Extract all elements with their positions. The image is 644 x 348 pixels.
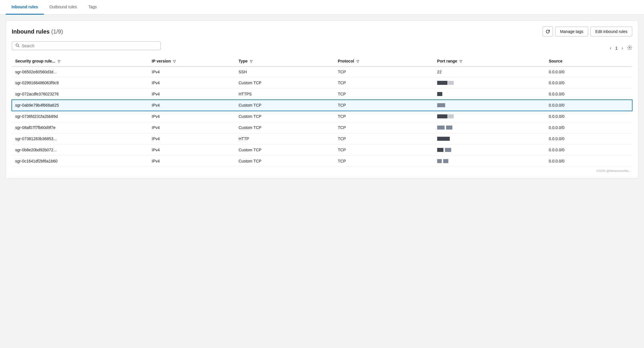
cell-ipver: IPv4 xyxy=(148,77,235,89)
col-header-rule: Security group rule... ▽ xyxy=(12,56,148,67)
sort-icon-ipver: ▽ xyxy=(173,59,176,63)
cell-rule: sgr-0736fd231fa2bb89d xyxy=(12,111,148,122)
cell-portrange xyxy=(434,122,545,133)
tab-outbound[interactable]: Outbound rules xyxy=(44,0,83,15)
tab-tags[interactable]: Tags xyxy=(83,0,103,15)
cell-rule: sgr-07381283b36853... xyxy=(12,133,148,144)
port-bar-segment xyxy=(437,137,450,141)
table-row[interactable]: sgr-0736fd231fa2bb89d IPv4 Custom TCP TC… xyxy=(12,111,632,122)
cell-portrange xyxy=(434,100,545,111)
refresh-icon xyxy=(545,29,550,34)
cell-source: 0.0.0.0/0 xyxy=(545,67,632,77)
cell-type: Custom TCP xyxy=(235,77,335,89)
port-bar xyxy=(437,125,542,130)
table-row[interactable]: sgr-0ab9e79b4f668a625 IPv4 Custom TCP TC… xyxy=(12,100,632,111)
search-row: ‹ 1 › xyxy=(12,41,632,55)
cell-rule: sgr-0c1641df2bf6a1b60 xyxy=(12,156,148,167)
port-bar xyxy=(437,103,542,108)
cell-type: Custom TCP xyxy=(235,122,335,133)
cell-portrange xyxy=(434,77,545,89)
next-page-button[interactable]: › xyxy=(620,45,625,51)
cell-ipver: IPv4 xyxy=(148,100,235,111)
manage-tags-button[interactable]: Manage tags xyxy=(555,27,588,36)
page-number: 1 xyxy=(615,46,618,50)
cell-ipver: IPv4 xyxy=(148,133,235,144)
port-value: 22 xyxy=(437,70,442,74)
cell-portrange xyxy=(434,133,545,144)
rules-table: Security group rule... ▽ IP version ▽ Ty… xyxy=(12,56,632,167)
panel-actions: Manage tags Edit inbound rules xyxy=(543,26,632,37)
table-row[interactable]: sgr-08af07f7fb60d9f7e IPv4 Custom TCP TC… xyxy=(12,122,632,133)
cell-source: 0.0.0.0/0 xyxy=(545,111,632,122)
cell-type: Custom TCP xyxy=(235,111,335,122)
col-header-portrange: Port range ▽ xyxy=(434,56,545,67)
cell-ipver: IPv4 xyxy=(148,111,235,122)
port-bar xyxy=(437,159,542,164)
port-bar-segment xyxy=(443,159,448,163)
tab-inbound[interactable]: Inbound rules xyxy=(6,0,44,15)
edit-inbound-button[interactable]: Edit inbound rules xyxy=(590,27,632,36)
cell-ipver: IPv4 xyxy=(148,144,235,156)
port-bar-segment xyxy=(437,159,442,163)
pagination-controls: ‹ 1 › xyxy=(608,45,632,51)
port-bar-segment xyxy=(448,114,454,118)
cell-portrange xyxy=(434,144,545,156)
cell-protocol: TCP xyxy=(334,77,434,89)
port-bar-segment xyxy=(437,81,447,85)
cell-type: SSH xyxy=(235,67,335,77)
port-bar xyxy=(437,136,542,141)
cell-source: 0.0.0.0/0 xyxy=(545,122,632,133)
table-row[interactable]: sgr-0b8e20bd92b072... IPv4 Custom TCP TC… xyxy=(12,144,632,156)
col-header-protocol: Protocol ▽ xyxy=(334,56,434,67)
port-bar xyxy=(437,114,542,119)
sort-icon-type: ▽ xyxy=(250,59,252,63)
prev-page-button[interactable]: ‹ xyxy=(608,45,613,51)
search-bar[interactable] xyxy=(12,41,161,50)
col-header-ipver: IP version ▽ xyxy=(148,56,235,67)
search-input[interactable] xyxy=(22,44,157,48)
cell-portrange: 22 xyxy=(434,67,545,77)
panel-header: Inbound rules (1/9) Manage tags Edit inb… xyxy=(12,26,632,37)
cell-rule: sgr-06502e80560d3d... xyxy=(12,67,148,77)
cell-source: 0.0.0.0/0 xyxy=(545,133,632,144)
table-row[interactable]: sgr-0299168486063f9c9 IPv4 Custom TCP TC… xyxy=(12,77,632,89)
cell-rule: sgr-0ab9e79b4f668a625 xyxy=(12,100,148,111)
cell-rule: sgr-0b8e20bd92b072... xyxy=(12,144,148,156)
cell-source: 0.0.0.0/0 xyxy=(545,89,632,100)
cell-ipver: IPv4 xyxy=(148,89,235,100)
content-area: Inbound rules (1/9) Manage tags Edit inb… xyxy=(0,15,644,184)
cell-protocol: TCP xyxy=(334,144,434,156)
cell-source: 0.0.0.0/0 xyxy=(545,100,632,111)
table-settings-icon[interactable] xyxy=(627,45,632,51)
refresh-button[interactable] xyxy=(543,26,553,37)
cell-rule: sgr-0299168486063f9c9 xyxy=(12,77,148,89)
table-row[interactable]: sgr-07381283b36853... IPv4 HTTP TCP 0.0.… xyxy=(12,133,632,144)
cell-portrange xyxy=(434,89,545,100)
cell-source: 0.0.0.0/0 xyxy=(545,77,632,89)
cell-type: HTTP xyxy=(235,133,335,144)
table-row[interactable]: sgr-072acdfe376023276 IPv4 HTTPS TCP 0.0… xyxy=(12,89,632,100)
port-bar-segment xyxy=(437,114,447,118)
cell-ipver: IPv4 xyxy=(148,122,235,133)
panel: Inbound rules (1/9) Manage tags Edit inb… xyxy=(6,20,638,179)
cell-rule: sgr-08af07f7fb60d9f7e xyxy=(12,122,148,133)
port-bar xyxy=(437,147,542,153)
col-header-source: Source xyxy=(545,56,632,67)
cell-ipver: IPv4 xyxy=(148,67,235,77)
cell-portrange xyxy=(434,111,545,122)
port-bar-segment xyxy=(446,126,452,130)
port-bar xyxy=(437,91,542,97)
sort-icon-protocol: ▽ xyxy=(356,59,359,63)
cell-source: 0.0.0.0/0 xyxy=(545,156,632,167)
table-row[interactable]: sgr-0c1641df2bf6a1b60 IPv4 Custom TCP TC… xyxy=(12,156,632,167)
table-row[interactable]: sgr-06502e80560d3d... IPv4 SSH TCP 22 0.… xyxy=(12,67,632,77)
panel-title-text: Inbound rules xyxy=(12,28,50,35)
search-icon xyxy=(15,43,19,48)
cell-portrange xyxy=(434,156,545,167)
table-body: sgr-06502e80560d3d... IPv4 SSH TCP 22 0.… xyxy=(12,67,632,167)
svg-point-1 xyxy=(629,47,630,48)
cell-protocol: TCP xyxy=(334,89,434,100)
panel-title: Inbound rules (1/9) xyxy=(12,28,63,35)
cell-ipver: IPv4 xyxy=(148,156,235,167)
port-bar-segment xyxy=(437,103,445,107)
